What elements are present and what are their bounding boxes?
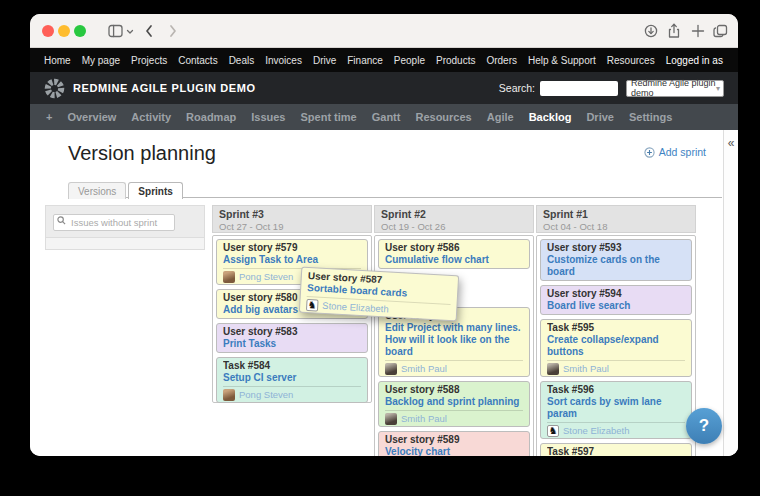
dragged-issue-card[interactable]: User story #587Sortable board cards♞Ston… <box>299 267 459 322</box>
global-search-input[interactable] <box>540 81 618 96</box>
card-id: User story #589 <box>385 434 523 446</box>
expand-sidebar-button[interactable]: « <box>728 136 735 150</box>
issue-card[interactable]: User story #583Print Tasks <box>216 323 368 353</box>
sprint-column-header[interactable]: Sprint #1Oct 04 - Oct 18 <box>536 205 696 233</box>
sprint-column-header[interactable]: Sprint #3Oct 27 - Oct 19 <box>212 205 372 233</box>
card-subject-link[interactable]: Assign Task to Area <box>223 254 361 266</box>
card-subject-link[interactable]: Board live search <box>547 300 685 312</box>
issue-card[interactable]: User story #588Backlog and sprint planni… <box>378 381 530 427</box>
card-subject-link[interactable]: Cumulative flow chart <box>385 254 523 266</box>
card-subject-link[interactable]: Print Tasks <box>223 338 361 350</box>
card-id: Task #584 <box>223 360 361 372</box>
card-id: User story #586 <box>385 242 523 254</box>
issue-card[interactable]: Task #597New card field selection viewSm… <box>540 443 692 456</box>
mainnav-tab-resources[interactable]: Resources <box>415 111 471 123</box>
issue-card[interactable]: Task #596Sort cards by swim lane param♞S… <box>540 381 692 439</box>
card-subject-link[interactable]: Setup CI server <box>223 372 361 384</box>
sprint-column-body: User story #586Cumulative flow chartUser… <box>374 235 534 456</box>
card-assignee-name[interactable]: Pong Steven <box>239 389 293 400</box>
mainnav-tab-activity[interactable]: Activity <box>131 111 171 123</box>
mainnav-tab-agile[interactable]: Agile <box>487 111 514 123</box>
topnav-item-finance[interactable]: Finance <box>347 55 383 66</box>
add-sprint-label: Add sprint <box>659 146 706 158</box>
sprint-dates: Oct 04 - Oct 18 <box>543 221 689 232</box>
topnav-item-invoices[interactable]: Invoices <box>265 55 302 66</box>
app-title: REDMINE AGILE PLUGIN DEMO <box>73 82 256 94</box>
card-subject-link[interactable]: Customize cards on the board <box>547 254 685 278</box>
chevron-down-icon: ▾ <box>716 84 720 93</box>
issue-card[interactable]: Task #584Setup CI serverPong Steven <box>216 357 368 403</box>
downloads-icon[interactable] <box>644 24 658 38</box>
sprint-column-body: User story #579Assign Task to AreaPong S… <box>212 235 372 403</box>
issues-without-sprint-search-input[interactable] <box>53 214 175 231</box>
mainnav-tab-issues[interactable]: Issues <box>251 111 285 123</box>
card-subject-link[interactable]: Backlog and sprint planning <box>385 396 523 408</box>
close-window-button[interactable] <box>42 25 54 37</box>
card-assignee-name[interactable]: Smith Paul <box>563 363 609 374</box>
issue-card[interactable]: Task #595Create collapse/expand buttonsS… <box>540 319 692 377</box>
topnav-item-home[interactable]: Home <box>44 55 71 66</box>
card-assignee-name[interactable]: Pong Steven <box>239 271 293 282</box>
project-jump-select[interactable]: Redmine Agile plugin demo ▾ <box>626 80 724 97</box>
card-subject-link[interactable]: Edit Project with many lines. How will i… <box>385 322 523 358</box>
card-assignee-name[interactable]: Stone Elizabeth <box>322 300 389 315</box>
avatar-user-photo <box>385 363 397 375</box>
card-assignee-name[interactable]: Smith Paul <box>401 413 447 424</box>
new-tab-icon[interactable] <box>691 24 705 38</box>
topnav-item-my-page[interactable]: My page <box>82 55 120 66</box>
mainnav-tab-roadmap[interactable]: Roadmap <box>186 111 236 123</box>
share-icon[interactable] <box>667 23 681 39</box>
issue-card[interactable]: User story #593Customize cards on the bo… <box>540 239 692 281</box>
sprint-name: Sprint #2 <box>381 208 527 221</box>
topnav-item-drive[interactable]: Drive <box>313 55 336 66</box>
issue-card[interactable]: User story #594Board live search <box>540 285 692 315</box>
topnav-item-products[interactable]: Products <box>436 55 475 66</box>
sidebar-toggle-icon[interactable] <box>108 24 124 38</box>
topnav-item-people[interactable]: People <box>394 55 425 66</box>
mainnav-tab-overview[interactable]: Overview <box>67 111 116 123</box>
forward-button[interactable] <box>168 24 178 38</box>
mainnav-tab-gantt[interactable]: Gantt <box>372 111 401 123</box>
topnav-item-orders[interactable]: Orders <box>486 55 517 66</box>
search-label: Search: <box>499 82 535 94</box>
tab-overview-icon[interactable] <box>713 24 728 38</box>
project-main-nav: +OverviewActivityRoadmapIssuesSpent time… <box>30 104 738 130</box>
topnav-item-contacts[interactable]: Contacts <box>178 55 217 66</box>
back-button[interactable] <box>144 24 154 38</box>
sprint-board: Sprint #3Oct 27 - Oct 19User story #579A… <box>212 205 696 456</box>
card-id: User story #594 <box>547 288 685 300</box>
topnav-item-deals[interactable]: Deals <box>229 55 255 66</box>
card-id: User story #588 <box>385 384 523 396</box>
topnav-item-help-support[interactable]: Help & Support <box>528 55 596 66</box>
mainnav-tab-settings[interactable]: Settings <box>629 111 672 123</box>
card-assignee-name[interactable]: Smith Paul <box>401 363 447 374</box>
mainnav-add-button[interactable]: + <box>46 111 52 123</box>
card-id: Task #595 <box>547 322 685 334</box>
mainnav-tab-backlog[interactable]: Backlog <box>529 111 572 123</box>
card-subject-link[interactable]: Create collapse/expand buttons <box>547 334 685 358</box>
card-subject-link[interactable]: Sort cards by swim lane param <box>547 396 685 420</box>
topnav-item-projects[interactable]: Projects <box>131 55 167 66</box>
help-button[interactable]: ? <box>686 408 722 444</box>
sprint-column-header[interactable]: Sprint #2Oct 19 - Oct 26 <box>374 205 534 233</box>
topnav-item-resources[interactable]: Resources <box>607 55 655 66</box>
mainnav-tab-drive[interactable]: Drive <box>586 111 614 123</box>
zoom-window-button[interactable] <box>74 25 86 37</box>
card-subject-link[interactable]: Velocity chart <box>385 446 523 456</box>
card-id: User story #579 <box>223 242 361 254</box>
subtab-versions[interactable]: Versions <box>68 182 126 199</box>
add-sprint-button[interactable]: Add sprint <box>644 146 706 158</box>
sprint-column-body: User story #593Customize cards on the bo… <box>536 235 696 456</box>
minimize-window-button[interactable] <box>58 25 70 37</box>
issue-card[interactable]: User story #586Cumulative flow chart <box>378 239 530 269</box>
mainnav-tab-spent-time[interactable]: Spent time <box>300 111 356 123</box>
sprint-dates: Oct 27 - Oct 19 <box>219 221 365 232</box>
sprint-column-2: Sprint #2Oct 19 - Oct 26User story #586C… <box>374 205 534 456</box>
sidebar-chevron-down-icon[interactable] <box>126 29 134 35</box>
issue-card[interactable]: User story #589Velocity chart <box>378 431 530 456</box>
subtab-sprints[interactable]: Sprints <box>128 182 182 199</box>
avatar-user-photo <box>547 363 559 375</box>
card-assignee-name[interactable]: Stone Elizabeth <box>563 425 630 436</box>
avatar-chess-knight-icon: ♞ <box>306 298 319 311</box>
issues-without-sprint-panel <box>45 205 205 250</box>
